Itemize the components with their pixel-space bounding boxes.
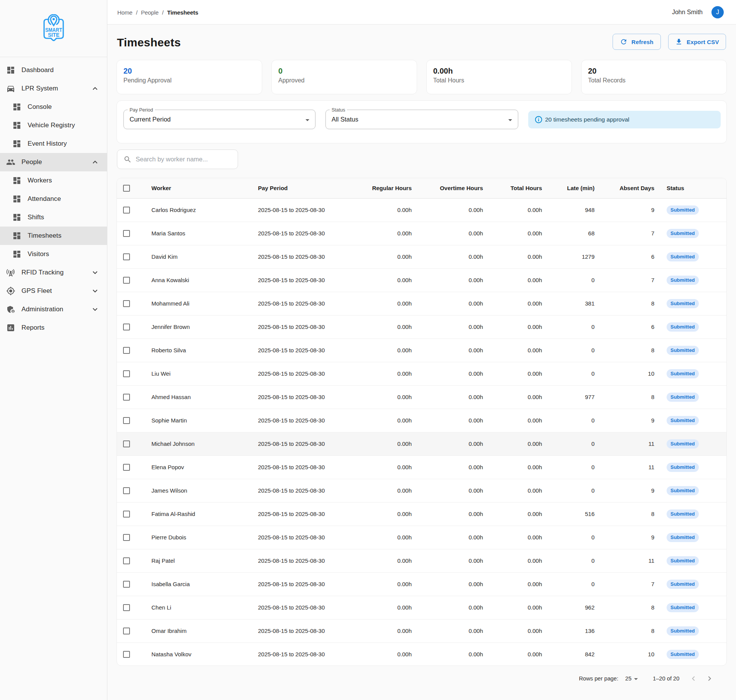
- svg-text:SITE: SITE: [48, 31, 59, 38]
